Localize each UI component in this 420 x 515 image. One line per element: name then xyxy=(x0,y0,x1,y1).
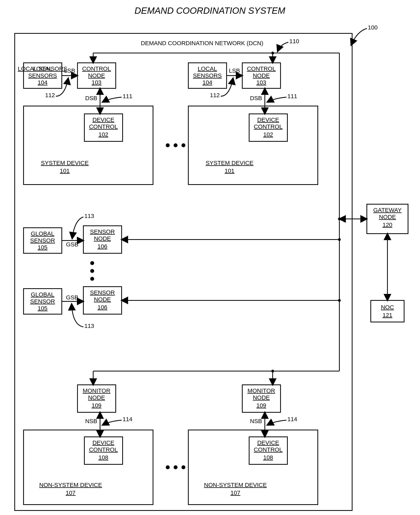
svg-text:121: 121 xyxy=(382,312,392,318)
svg-point-48 xyxy=(90,277,94,281)
svg-text:DEVICE: DEVICE xyxy=(92,116,114,123)
svg-rect-65 xyxy=(23,430,153,505)
svg-rect-8 xyxy=(23,106,153,184)
local-sensors-num: 104 xyxy=(38,79,47,86)
svg-text:114: 114 xyxy=(287,416,297,422)
svg-text:GLOBAL: GLOBAL xyxy=(31,230,54,237)
svg-text:108: 108 xyxy=(98,454,108,461)
svg-text:CONTROL: CONTROL xyxy=(89,446,118,453)
svg-point-97 xyxy=(338,217,341,220)
svg-text:106: 106 xyxy=(98,243,107,250)
svg-text:SENSORS: SENSORS xyxy=(193,72,222,79)
svg-text:105: 105 xyxy=(38,305,47,311)
svg-text:GSB: GSB xyxy=(66,294,78,300)
svg-point-88 xyxy=(174,465,178,469)
svg-text:114: 114 xyxy=(123,416,132,422)
svg-text:NODE: NODE xyxy=(253,72,270,79)
svg-text:105: 105 xyxy=(38,244,47,251)
svg-text:NODE: NODE xyxy=(253,394,270,401)
svg-text:CONTROL: CONTROL xyxy=(254,446,283,453)
svg-text:109: 109 xyxy=(92,402,101,408)
svg-text:DEVICE: DEVICE xyxy=(92,439,114,446)
svg-text:SENSOR: SENSOR xyxy=(90,289,115,296)
svg-text:CONTROL: CONTROL xyxy=(254,123,283,130)
svg-text:113: 113 xyxy=(84,213,94,219)
svg-text:CONTROL: CONTROL xyxy=(247,65,276,72)
svg-point-59 xyxy=(338,299,341,302)
svg-rect-23 xyxy=(188,106,318,184)
svg-text:SENSOR: SENSOR xyxy=(90,228,115,235)
svg-text:103: 103 xyxy=(256,79,266,86)
svg-text:NODE: NODE xyxy=(94,296,111,303)
svg-text:DEVICE: DEVICE xyxy=(257,439,279,446)
svg-text:NOC: NOC xyxy=(381,304,394,310)
dsb-label: DSB xyxy=(85,95,97,101)
svg-text:108: 108 xyxy=(263,454,273,461)
svg-text:SYSTEM DEVICE: SYSTEM DEVICE xyxy=(41,160,89,166)
svg-point-89 xyxy=(181,465,185,469)
svg-text:NON-SYSTEM DEVICE: NON-SYSTEM DEVICE xyxy=(39,482,102,488)
svg-text:112: 112 xyxy=(210,92,220,98)
svg-text:GSB: GSB xyxy=(66,241,78,248)
svg-text:MONITOR: MONITOR xyxy=(82,387,110,394)
svg-text:NODE: NODE xyxy=(88,394,105,401)
dcn-ref: 110 xyxy=(289,38,299,44)
svg-text:DSB: DSB xyxy=(250,95,262,101)
svg-text:LOCAL: LOCAL xyxy=(198,65,217,72)
dcn-label: DEMAND COORDINATION NETWORK (DCN) xyxy=(141,40,263,46)
svg-text:NSB: NSB xyxy=(250,418,262,424)
dsb-ref: 111 xyxy=(123,93,132,99)
svg-text:113: 113 xyxy=(84,323,94,329)
svg-point-45 xyxy=(338,238,341,241)
svg-text:120: 120 xyxy=(382,222,392,228)
svg-text:SENSOR: SENSOR xyxy=(30,237,55,244)
svg-point-46 xyxy=(90,261,94,265)
svg-text:GLOBAL: GLOBAL xyxy=(31,291,54,298)
device-ctrl-num: 102 xyxy=(98,131,108,138)
svg-text:NON-SYSTEM DEVICE: NON-SYSTEM DEVICE xyxy=(204,482,267,488)
svg-text:SENSOR: SENSOR xyxy=(30,298,55,305)
svg-point-87 xyxy=(166,465,170,469)
svg-text:101: 101 xyxy=(225,168,234,174)
svg-rect-94 xyxy=(371,300,404,322)
svg-text:MONITOR: MONITOR xyxy=(247,387,275,394)
svg-text:102: 102 xyxy=(263,131,273,138)
svg-point-47 xyxy=(90,269,94,273)
svg-point-33 xyxy=(174,143,178,147)
svg-text:NODE: NODE xyxy=(88,72,105,79)
lsb-ref: 112 xyxy=(45,92,55,98)
svg-text:CONTROL: CONTROL xyxy=(82,65,111,72)
svg-text:SYSTEM DEVICE: SYSTEM DEVICE xyxy=(206,160,253,166)
system-device-num: 101 xyxy=(60,168,70,174)
svg-point-34 xyxy=(181,143,185,147)
svg-text:NODE: NODE xyxy=(379,214,396,220)
svg-text:104: 104 xyxy=(202,79,212,86)
svg-text:107: 107 xyxy=(231,490,240,496)
control-node-num: 103 xyxy=(92,79,101,86)
svg-text:LSB: LSB xyxy=(229,67,240,74)
svg-text:111: 111 xyxy=(287,93,297,99)
svg-text:107: 107 xyxy=(66,490,75,496)
svg-point-32 xyxy=(166,143,170,147)
svg-rect-78 xyxy=(188,430,318,505)
lsb-label: LSB xyxy=(64,67,75,74)
svg-text:DEVICE: DEVICE xyxy=(257,116,279,123)
svg-text:GATEWAY: GATEWAY xyxy=(373,207,402,213)
svg-text:106: 106 xyxy=(98,304,107,310)
svg-text:SENSORS: SENSORS xyxy=(28,72,57,79)
svg-text:CONTROL: CONTROL xyxy=(89,123,118,130)
svg-text:NSB: NSB xyxy=(85,418,97,424)
svg-text:LOCAL: LOCAL xyxy=(33,65,52,72)
svg-text:NODE: NODE xyxy=(94,235,111,242)
svg-rect-0 xyxy=(15,33,352,510)
fig-number: 100 xyxy=(368,24,378,31)
svg-text:109: 109 xyxy=(256,402,266,408)
page-title: DEMAND COORDINATION SYSTEM xyxy=(135,6,285,16)
